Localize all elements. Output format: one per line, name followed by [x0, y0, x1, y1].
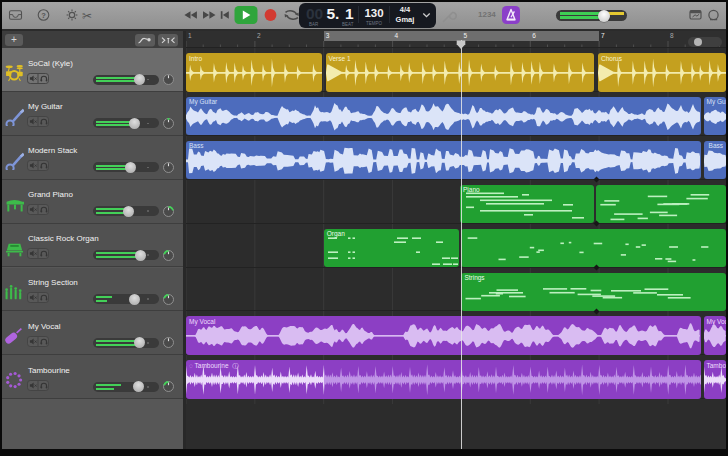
svg-text:✂: ✂ — [82, 9, 92, 23]
svg-text:?: ? — [41, 11, 46, 20]
